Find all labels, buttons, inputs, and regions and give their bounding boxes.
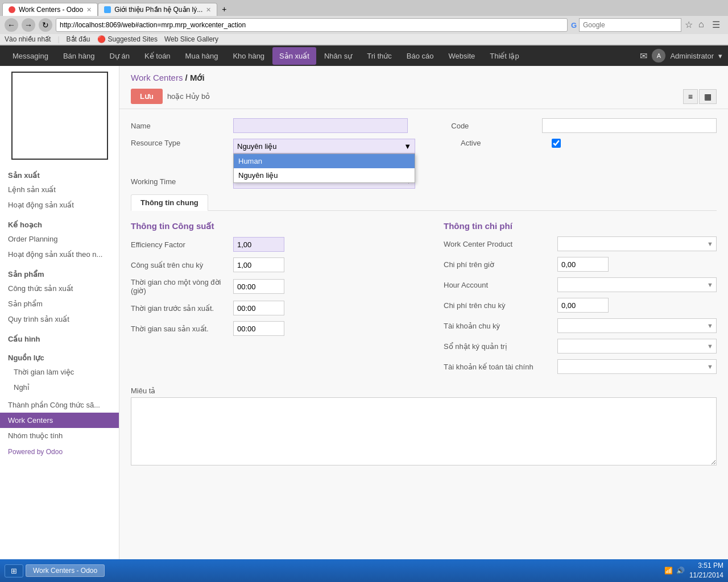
section-title-cau-hinh: Cấu hình <box>0 331 119 346</box>
option-human[interactable]: Human <box>234 154 415 168</box>
cycle-account-select[interactable] <box>557 318 717 333</box>
bookmark-webslice[interactable]: Web Slice Gallery <box>164 35 218 43</box>
form-row-time-per-cycle: Thời gian cho một vòng đời (giờ) <box>131 278 398 295</box>
form-row-efficiency: Efficiency Factor <box>131 237 398 252</box>
tab-2[interactable]: Giới thiệu Phần hệ Quản lý... ✕ <box>98 3 217 16</box>
search-input[interactable] <box>579 18 681 32</box>
working-time-label: Working Time <box>131 177 233 186</box>
new-tab-button[interactable]: + <box>217 2 231 16</box>
nav-messaging[interactable]: Messaging <box>6 47 55 65</box>
taskbar-app-work-centers[interactable]: Work Centers - Odoo <box>26 564 105 577</box>
sidebar-item-work-centers[interactable]: Work Centers <box>0 413 119 428</box>
nav-kho-hang[interactable]: Kho hàng <box>226 47 271 65</box>
taskbar: ⊞ Work Centers - Odoo 📶 🔊 3:51 PM 11/21/… <box>0 559 728 580</box>
refresh-button[interactable]: ↻ <box>39 18 52 32</box>
list-view-button[interactable]: ≡ <box>683 89 698 104</box>
financial-account-label: Tài khoản kế toán tài chính <box>444 363 557 371</box>
bookmark-suggested[interactable]: 🔴 Suggested Sites <box>97 35 158 43</box>
time-before-input[interactable] <box>233 301 284 315</box>
description-textarea[interactable] <box>131 397 717 465</box>
nav-tri-thuc[interactable]: Tri thức <box>360 47 399 65</box>
user-dropdown-arrow[interactable]: ▾ <box>718 52 722 60</box>
nav-du-an[interactable]: Dự án <box>103 47 136 65</box>
hour-account-wrapper: ▼ <box>557 277 717 292</box>
journal-label: Sổ nhật ký quản trị <box>444 342 557 351</box>
active-checkbox[interactable] <box>552 139 561 148</box>
breadcrumb-link[interactable]: Work Centers <box>131 73 183 82</box>
sidebar-section-san-pham: Sản phẩm Công thức sản xuất Sản phẩm Quy… <box>0 264 119 329</box>
nav-items: Messaging Bán hàng Dự án Kế toán Mua hàn… <box>6 47 526 65</box>
sidebar-item-lenh-san-xuat[interactable]: Lệnh sản xuất <box>0 182 119 197</box>
top-navigation: Messaging Bán hàng Dự án Kế toán Mua hàn… <box>0 45 728 66</box>
time-after-input[interactable] <box>233 321 284 336</box>
nav-bao-cao[interactable]: Báo cáo <box>400 47 441 65</box>
tab-thong-tin-chung[interactable]: Thông tin chung <box>131 194 208 211</box>
nav-ke-toan[interactable]: Kế toán <box>138 47 177 65</box>
sidebar-item-cong-thuc[interactable]: Công thức sản xuất <box>0 281 119 296</box>
cost-per-cycle-input[interactable] <box>557 298 609 313</box>
start-icon: ⊞ <box>11 567 17 575</box>
tab-2-close[interactable]: ✕ <box>206 6 211 14</box>
forward-button[interactable]: → <box>22 18 35 32</box>
star-icon[interactable]: ☆ <box>685 19 696 31</box>
sidebar-item-nghi[interactable]: Nghỉ <box>0 380 119 395</box>
name-input[interactable] <box>233 118 408 133</box>
wc-product-select[interactable] <box>557 236 717 251</box>
bookmark-bat-dau[interactable]: Bắt đầu <box>67 35 90 43</box>
sidebar-item-san-pham[interactable]: Sản phẩm <box>0 296 119 311</box>
settings-icon[interactable]: ☰ <box>712 19 723 31</box>
sidebar-item-thanh-phan[interactable]: Thành phần Công thức sã... <box>0 397 119 413</box>
taskbar-left: ⊞ Work Centers - Odoo <box>5 564 105 577</box>
nav-san-xuat[interactable]: Sản xuất <box>272 47 316 65</box>
journal-select[interactable] <box>557 339 717 354</box>
form-row-cost-per-cycle: Chi phí trên chu kỳ <box>444 298 717 313</box>
sidebar-powered: Powered by Odoo <box>0 443 119 460</box>
cost-per-hour-input[interactable] <box>557 257 609 272</box>
sidebar-item-quy-trinh[interactable]: Quy trình sản xuất <box>0 311 119 327</box>
volume-icon: 🔊 <box>676 567 685 575</box>
nav-mua-hang[interactable]: Mua hàng <box>179 47 225 65</box>
sidebar-item-order-planning[interactable]: Order Planning <box>0 231 119 247</box>
efficiency-input[interactable] <box>233 237 284 252</box>
user-name[interactable]: Administrator <box>670 52 714 60</box>
nav-nhan-su[interactable]: Nhân sự <box>317 47 359 65</box>
nav-thiet-lap[interactable]: Thiết lập <box>483 47 526 65</box>
tab-1-close[interactable]: ✕ <box>86 6 92 14</box>
form-row-time-before: Thời gian trước sản xuất. <box>131 301 398 315</box>
resource-type-selected[interactable]: Nguyên liệu ▼ <box>233 139 415 153</box>
browser-icons: ☆ ⌂ ☰ <box>685 19 723 31</box>
section-title-san-pham: Sản phẩm <box>0 267 119 281</box>
bookmark-vao-nhieu-nhat[interactable]: Vào nhiều nhất <box>5 35 51 43</box>
code-input[interactable] <box>542 118 717 133</box>
sidebar-item-nhom-thuoc-tinh[interactable]: Nhóm thuộc tính <box>0 428 119 443</box>
capacity-cycle-input[interactable] <box>233 257 284 272</box>
form-row-financial-account: Tài khoản kế toán tài chính ▼ <box>444 359 717 374</box>
sidebar-item-hoat-dong-san-xuat[interactable]: Hoạt động sản xuất <box>0 197 119 213</box>
sidebar-item-thoi-gian[interactable]: Thời gian làm việc <box>0 364 119 380</box>
bookmark-suggested-icon: 🔴 <box>97 35 106 43</box>
start-button[interactable]: ⊞ <box>5 564 23 577</box>
user-avatar[interactable]: A <box>652 49 665 63</box>
address-input[interactable] <box>56 18 568 32</box>
hour-account-select[interactable] <box>557 277 717 292</box>
nav-website[interactable]: Website <box>442 47 482 65</box>
description-label: Miêu tả <box>131 386 233 395</box>
financial-account-select[interactable] <box>557 359 717 374</box>
breadcrumb: Work Centers / Mới <box>131 73 717 83</box>
system-tray: 📶 🔊 <box>664 567 685 575</box>
tab-1[interactable]: Work Centers - Odoo ✕ <box>2 3 98 16</box>
cancel-text[interactable]: hoặc Hủy bỏ <box>167 92 210 101</box>
nav-ban-hang[interactable]: Bán hàng <box>56 47 102 65</box>
sidebar-item-hoat-dong-theo-n[interactable]: Hoạt động sản xuất theo n... <box>0 247 119 262</box>
home-icon[interactable]: ⌂ <box>698 19 710 31</box>
time-per-cycle-input[interactable] <box>233 279 284 294</box>
description-section: Miêu tả <box>131 386 717 467</box>
form-view-button[interactable]: ▦ <box>699 89 717 104</box>
resource-type-dropdown[interactable]: Nguyên liệu ▼ Human Nguyên liệu <box>233 139 415 153</box>
view-toggles: ≡ ▦ <box>683 89 717 104</box>
mail-icon[interactable]: ✉ <box>640 51 647 61</box>
save-button[interactable]: Lưu <box>131 89 163 104</box>
back-button[interactable]: ← <box>5 18 18 32</box>
option-nguyen-lieu[interactable]: Nguyên liệu <box>234 168 415 182</box>
form-row-name: Name Code <box>131 118 717 133</box>
